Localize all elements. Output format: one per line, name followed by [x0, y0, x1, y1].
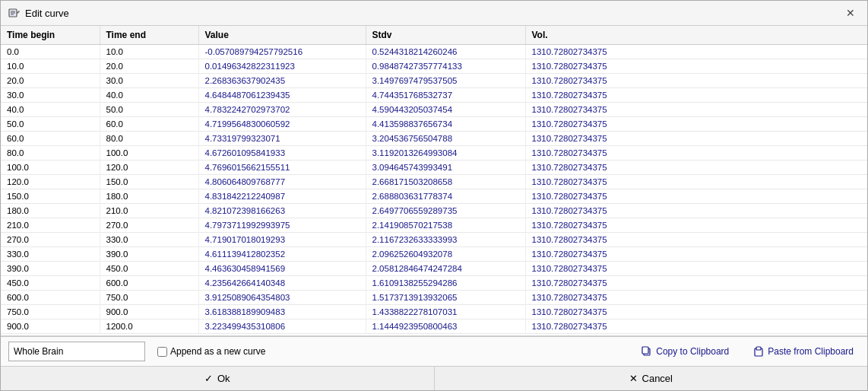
title-bar-left: Edit curve	[8, 7, 69, 19]
col-header-vol: Vol.	[525, 26, 867, 45]
table-cell-9-2: 4.806064809768777	[198, 175, 366, 189]
table-body: 0.010.0-0.0570897942577925160.5244318214…	[1, 45, 867, 334]
col-header-stdv: Stdv	[366, 26, 525, 45]
table-cell-6-4: 1310.72802734375	[525, 132, 867, 146]
dialog-title: Edit curve	[25, 8, 69, 19]
table-cell-3-1: 40.0	[100, 88, 198, 103]
table-row: 330.0390.04.6111394128023522.09625260493…	[1, 247, 867, 262]
table-row: 20.030.02.2683636379024353.1497697479537…	[1, 74, 867, 88]
table-cell-19-1: 1200.0	[100, 319, 198, 334]
table-cell-17-4: 1310.72802734375	[525, 291, 867, 305]
table-cell-11-0: 180.0	[1, 204, 100, 218]
table-cell-3-2: 4.6484487061239435	[198, 88, 366, 103]
col-header-time-begin: Time begin	[1, 26, 100, 45]
table-cell-15-3: 2.058128464742​47284	[366, 262, 525, 276]
table-row: 180.0210.04.82107239816626​32.6497706559…	[1, 204, 867, 218]
table-row: 210.0270.04.79737119929939752.1419085702…	[1, 218, 867, 233]
table-cell-5-2: 4.7199564830060592	[198, 117, 366, 132]
table-cell-11-1: 210.0	[100, 204, 198, 218]
table-cell-6-1: 80.0	[100, 132, 198, 146]
table-cell-8-0: 100.0	[1, 161, 100, 175]
table-cell-6-0: 60.0	[1, 132, 100, 146]
table-cell-7-1: 100.0	[100, 146, 198, 161]
table-cell-6-3: 3.204536756504788	[366, 132, 525, 146]
table-cell-13-2: 4.719017018019293	[198, 233, 366, 247]
append-curve-checkbox[interactable]	[157, 347, 167, 357]
ok-checkmark-icon: ✓	[204, 373, 213, 384]
table-cell-19-2: 3.223499435310806	[198, 319, 366, 334]
table-cell-4-3: 4.590443205037454	[366, 103, 525, 117]
table-cell-17-0: 600.0	[1, 291, 100, 305]
table-cell-14-0: 330.0	[1, 247, 100, 262]
table-row: 30.040.04.64844870612394354.744351768532…	[1, 88, 867, 103]
table-row: 450.0600.04.2356426641403481.61091382552…	[1, 276, 867, 291]
table-cell-11-2: 4.82107239816626​3	[198, 204, 366, 218]
table-cell-8-3: 3.094645743993491	[366, 161, 525, 175]
table-cell-2-3: 3.1497697479537505	[366, 74, 525, 88]
table-cell-19-0: 900.0	[1, 319, 100, 334]
table-cell-9-0: 120.0	[1, 175, 100, 189]
append-curve-label[interactable]: Append as a new curve	[157, 346, 265, 357]
table-row: 390.0450.04.4636304589415​692.0581284647…	[1, 262, 867, 276]
table-cell-7-2: 4.672601095841933	[198, 146, 366, 161]
table-cell-12-2: 4.7973711992993975	[198, 218, 366, 233]
table-cell-4-4: 1310.72802734375	[525, 103, 867, 117]
table-cell-4-2: 4.7832242702973702	[198, 103, 366, 117]
table-cell-17-3: 1.51737139139320​65	[366, 291, 525, 305]
table-cell-5-3: 4.413598837656734	[366, 117, 525, 132]
table-cell-13-1: 330.0	[100, 233, 198, 247]
cancel-x-icon: ✕	[629, 373, 638, 384]
footer: ✓ Ok ✕ Cancel	[1, 366, 867, 390]
table-row: 120.0150.04.8060648097687772.66817150320…	[1, 175, 867, 189]
table-cell-1-2: 0.01496342822311923	[198, 59, 366, 74]
close-button[interactable]: ✕	[841, 5, 860, 21]
table-cell-7-0: 80.0	[1, 146, 100, 161]
table-row: 80.0100.04.6726010958419333.119201326499…	[1, 146, 867, 161]
table-cell-0-0: 0.0	[1, 45, 100, 59]
copy-to-clipboard-label: Copy to Clipboard	[656, 346, 729, 357]
table-cell-6-2: 4.73319799323071	[198, 132, 366, 146]
curve-name-input[interactable]	[8, 342, 145, 361]
table-cell-8-2: 4.7696015662155511	[198, 161, 366, 175]
table-row: 600.0750.03.91250890643548031.5173713913…	[1, 291, 867, 305]
table-cell-18-2: 3.618388189909483	[198, 305, 366, 319]
table-cell-1-1: 20.0	[100, 59, 198, 74]
table-row: 270.0330.04.7190170180192932.11672326333…	[1, 233, 867, 247]
edit-curve-dialog: Edit curve ✕ Time begin Time end Value S…	[0, 0, 868, 391]
table-cell-5-0: 50.0	[1, 117, 100, 132]
table-cell-2-2: 2.268363637902435	[198, 74, 366, 88]
copy-to-clipboard-button[interactable]: Copy to Clipboard	[635, 344, 735, 359]
table-row: 10.020.00.014963428223119230.98487427357…	[1, 59, 867, 74]
cancel-button[interactable]: ✕ Cancel	[435, 367, 868, 390]
table-cell-7-4: 1310.72802734375	[525, 146, 867, 161]
paste-from-clipboard-label: Paste from Clipboard	[768, 346, 854, 357]
table-cell-11-4: 1310.72802734375	[525, 204, 867, 218]
table-cell-14-4: 1310.72802734375	[525, 247, 867, 262]
ok-label: Ok	[217, 373, 230, 384]
table-cell-14-2: 4.611139412802352	[198, 247, 366, 262]
table-cell-4-0: 40.0	[1, 103, 100, 117]
table-cell-10-0: 150.0	[1, 189, 100, 204]
cancel-label: Cancel	[642, 373, 673, 384]
paste-from-clipboard-button[interactable]: Paste from Clipboard	[747, 344, 860, 359]
table-cell-1-0: 10.0	[1, 59, 100, 74]
table-cell-11-3: 2.6497706559289735	[366, 204, 525, 218]
table-cell-16-3: 1.6109138255294286	[366, 276, 525, 291]
table-cell-18-4: 1310.72802734375	[525, 305, 867, 319]
table-cell-16-2: 4.235642664140348	[198, 276, 366, 291]
table-cell-18-0: 750.0	[1, 305, 100, 319]
table-cell-2-4: 1310.72802734375	[525, 74, 867, 88]
table-row: 0.010.0-0.0570897942577925160.5244318214…	[1, 45, 867, 59]
table-row: 100.0120.04.76960156621555113.0946457439…	[1, 161, 867, 175]
table-cell-12-0: 210.0	[1, 218, 100, 233]
data-table-container[interactable]: Time begin Time end Value Stdv Vol. 0.01…	[1, 26, 867, 336]
ok-button[interactable]: ✓ Ok	[1, 367, 435, 390]
col-header-value: Value	[198, 26, 366, 45]
paste-icon	[753, 346, 764, 357]
table-cell-0-3: 0.5244318214260246	[366, 45, 525, 59]
table-row: 150.0180.04.8318422122409872.68880363177…	[1, 189, 867, 204]
table-row: 900.01200.03.2234994353108061.1444923950…	[1, 319, 867, 334]
table-cell-3-3: 4.744351768532737	[366, 88, 525, 103]
table-cell-16-1: 600.0	[100, 276, 198, 291]
table-cell-1-3: 0.98487427357774133	[366, 59, 525, 74]
